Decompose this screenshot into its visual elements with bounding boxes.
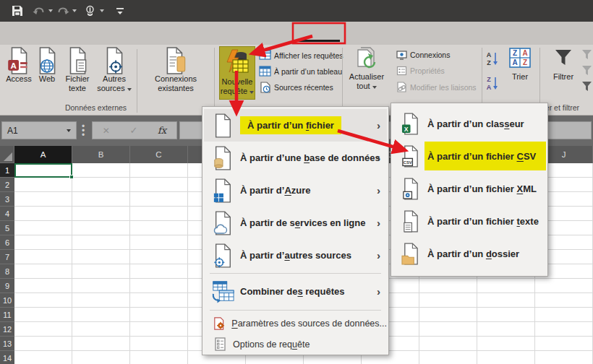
nouvelle-requete-button[interactable]: Nouvelle requête — [219, 46, 255, 100]
row-header-2[interactable]: 2 — [0, 178, 14, 192]
menu-separator — [210, 310, 381, 311]
undo-caret-icon — [48, 9, 53, 12]
svg-text:Z: Z — [513, 49, 517, 57]
column-header-c[interactable]: C — [130, 146, 188, 163]
modifier-liaisons-button[interactable]: Modifier les liaisons — [396, 82, 477, 92]
sort-az-icon: A Z — [486, 51, 500, 66]
menu-item-parametres-sources[interactable]: Paramètres des sources de données... — [204, 313, 387, 333]
row-header-11[interactable]: 11 — [0, 308, 14, 322]
connexions-button[interactable]: Connexions — [396, 50, 450, 60]
web-button[interactable]: Web — [35, 47, 59, 84]
customize-qat-button[interactable] — [116, 3, 124, 19]
menu-item-fichier[interactable]: À partir d’un fichier › — [204, 109, 387, 142]
menu-item-autres-sources[interactable]: À partir d’autres sources › — [204, 239, 387, 272]
combine-queries-icon — [211, 280, 234, 303]
active-cell-a1[interactable] — [14, 163, 72, 178]
menu-item-fichier-label: À partir d’un fichier — [240, 116, 341, 134]
refresh-all-icon — [354, 46, 380, 72]
submenu-item-texte-label: À partir d’un fichier texte — [427, 216, 539, 227]
connexions-existantes-button[interactable]: Connexions existantes — [142, 47, 210, 93]
row-header-1[interactable]: 1 — [0, 163, 14, 178]
column-header-b[interactable]: B — [72, 146, 130, 163]
folder-icon — [401, 243, 419, 265]
save-icon — [12, 5, 23, 17]
undo-button[interactable] — [33, 3, 53, 19]
row-header-8[interactable]: 8 — [0, 264, 14, 279]
partir-tableau-button[interactable]: À partir d’un tableau — [259, 66, 342, 77]
row-header-10[interactable]: 10 — [0, 293, 14, 308]
sort-za-icon: Z A — [486, 75, 500, 91]
advanced-filter-button[interactable] — [581, 81, 593, 92]
insert-function-icon[interactable]: fx — [158, 125, 166, 136]
menu-item-azure[interactable]: À partir d’Azure › — [204, 174, 387, 207]
row-header-5[interactable]: 5 — [0, 221, 14, 235]
row-header-7[interactable]: 7 — [0, 250, 14, 264]
filtrer-button[interactable]: Filtrer — [547, 48, 580, 82]
clear-filter-icon — [581, 49, 593, 61]
formula-bar-splitter[interactable]: ••• — [82, 124, 85, 137]
show-queries-icon — [259, 50, 271, 61]
submenu-item-xml[interactable]: À partir d’un fichier XML — [393, 173, 546, 205]
menu-item-base-label: À partir d’une base de données — [240, 152, 380, 163]
actualiser-tout-button[interactable]: Actualiser tout — [345, 46, 388, 91]
nouvelle-requete-menu: À partir d’un fichier › À partir d’une b… — [202, 106, 389, 355]
svg-text:A: A — [10, 61, 17, 70]
svg-text:A: A — [512, 58, 517, 66]
row-header-13[interactable]: 13 — [0, 337, 14, 351]
workbook-icon: X — [401, 113, 419, 135]
edit-links-icon — [396, 82, 407, 92]
row-header-3[interactable]: 3 — [0, 192, 14, 207]
menu-item-services-en-ligne[interactable]: À partir de services en ligne › — [204, 207, 387, 239]
menu-item-azure-label: À partir d’Azure — [240, 185, 311, 196]
svg-text:Z: Z — [487, 76, 491, 83]
group-separator — [342, 48, 343, 114]
menu-item-base-de-donnees[interactable]: À partir d’une base de données › — [204, 142, 387, 174]
web-label: Web — [39, 74, 55, 84]
reapply-filter-button[interactable] — [581, 65, 593, 77]
trier-button[interactable]: Z A A Z Trier — [505, 48, 535, 82]
afficher-requetes-button[interactable]: Afficher les requêtes — [259, 50, 344, 61]
submenu-arrow-icon: › — [377, 285, 380, 298]
submenu-item-texte[interactable]: À partir d’un fichier texte — [393, 205, 546, 238]
row-header-9[interactable]: 9 — [0, 279, 14, 293]
active-tab-underline — [298, 40, 340, 42]
select-all-triangle-icon — [4, 152, 12, 161]
fill-handle[interactable] — [69, 175, 74, 179]
clear-filter-button[interactable] — [581, 49, 593, 61]
submenu-item-classeur[interactable]: X À partir d’un classeur — [393, 108, 546, 140]
autres-sources-button[interactable]: Autres sources — [95, 47, 133, 93]
redo-button[interactable] — [56, 3, 77, 19]
row-header-12[interactable]: 12 — [0, 322, 14, 337]
actualiser-label-l1: Actualiser — [349, 72, 384, 82]
row-header-4[interactable]: 4 — [0, 207, 14, 221]
name-box[interactable]: A1 — [1, 121, 77, 139]
select-all-corner[interactable] — [0, 146, 14, 163]
name-box-caret-icon — [67, 129, 71, 132]
sort-za-button[interactable]: Z A — [486, 75, 500, 91]
enter-icon[interactable]: ✓ — [130, 125, 138, 136]
save-button[interactable] — [12, 3, 23, 19]
touch-mode-caret-icon — [100, 9, 104, 12]
column-header-a[interactable]: A — [14, 146, 72, 163]
fichier-texte-button[interactable]: Fichier texte — [61, 47, 94, 93]
sort-az-button[interactable]: A Z — [486, 51, 500, 66]
cancel-icon[interactable]: ✕ — [103, 126, 110, 136]
submenu-item-dossier-label: À partir d’un dossier — [427, 248, 519, 259]
menu-item-combiner-requetes[interactable]: Combiner des requêtes › — [204, 275, 387, 308]
text-file-icon — [66, 47, 89, 74]
submenu-arrow-icon: › — [377, 152, 380, 164]
row-header-6[interactable]: 6 — [0, 235, 14, 250]
menu-item-options-requete[interactable]: Options de requête — [204, 334, 387, 354]
xml-file-icon — [401, 178, 419, 200]
sources-recentes-button[interactable]: Sources récentes — [259, 82, 333, 93]
web-icon — [35, 47, 59, 74]
proprietes-button[interactable]: Propriétés — [396, 66, 445, 76]
fichier-texte-label-l2: texte — [69, 84, 86, 93]
actualiser-label-l2: tout — [357, 82, 376, 91]
touch-mode-button[interactable] — [84, 3, 104, 19]
row-header-14[interactable]: 14 — [0, 351, 14, 364]
access-button[interactable]: A Access — [4, 47, 33, 84]
submenu-item-dossier[interactable]: À partir d’un dossier — [393, 238, 546, 270]
submenu-item-csv[interactable]: CSV À partir d’un fichier CSV — [393, 140, 546, 173]
submenu-arrow-icon: › — [377, 184, 380, 196]
